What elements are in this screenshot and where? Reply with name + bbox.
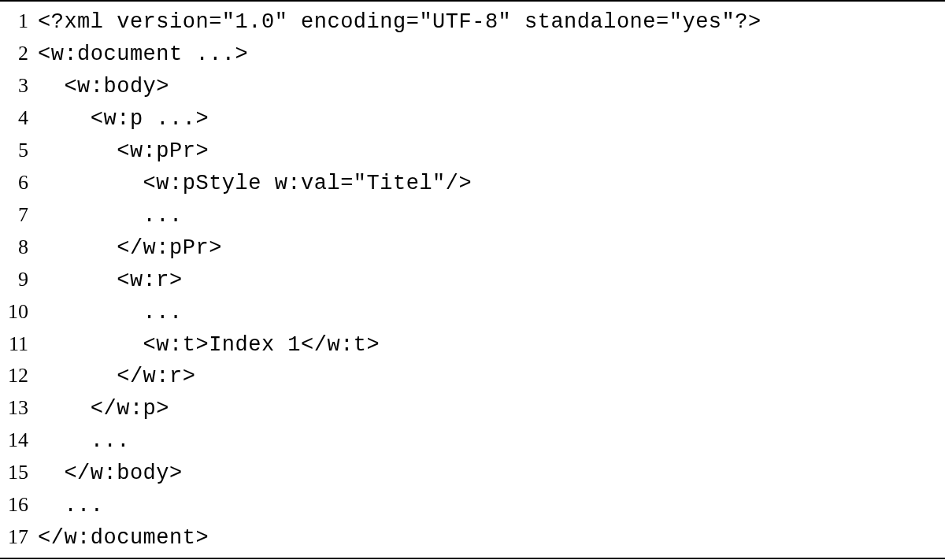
line-number: 12 bbox=[0, 361, 38, 391]
code-line: 17 </w:document> bbox=[0, 522, 945, 554]
code-line: 13 </w:p> bbox=[0, 393, 945, 425]
code-line: 4 <w:p ...> bbox=[0, 103, 945, 135]
code-text: ... bbox=[38, 201, 183, 232]
code-line: 1 <?xml version="1.0" encoding="UTF-8" s… bbox=[0, 6, 945, 39]
code-line: 5 <w:pPr> bbox=[0, 135, 945, 168]
code-line: 12 </w:r> bbox=[0, 361, 945, 393]
code-line: 8 </w:pPr> bbox=[0, 232, 945, 265]
line-number: 13 bbox=[0, 393, 38, 423]
code-line: 15 </w:body> bbox=[0, 458, 945, 490]
line-number: 6 bbox=[0, 168, 38, 198]
code-line: 6 <w:pStyle w:val="Titel"/> bbox=[0, 168, 945, 200]
line-number: 11 bbox=[0, 329, 38, 359]
code-line: 16 ... bbox=[0, 490, 945, 522]
code-text: </w:p> bbox=[38, 394, 169, 425]
line-number: 7 bbox=[0, 200, 38, 230]
code-text: ... bbox=[38, 298, 183, 329]
line-number: 8 bbox=[0, 232, 38, 262]
code-text: ... bbox=[38, 491, 104, 522]
line-number: 5 bbox=[0, 135, 38, 165]
line-number: 15 bbox=[0, 458, 38, 488]
line-number: 2 bbox=[0, 39, 38, 69]
code-line: 3 <w:body> bbox=[0, 71, 945, 103]
code-text: <w:p ...> bbox=[38, 104, 209, 135]
line-number: 1 bbox=[0, 6, 38, 36]
code-text: </w:body> bbox=[38, 458, 183, 490]
code-line: 2 <w:document ...> bbox=[0, 39, 945, 71]
line-number: 16 bbox=[0, 490, 38, 520]
code-text: <w:t>Index 1</w:t> bbox=[38, 330, 380, 362]
code-line: 7 ... bbox=[0, 200, 945, 232]
code-text: ... bbox=[38, 426, 130, 458]
code-text: </w:document> bbox=[38, 523, 209, 554]
code-text: <w:body> bbox=[38, 72, 169, 103]
code-text: <w:r> bbox=[38, 265, 183, 297]
code-text: </w:pPr> bbox=[38, 233, 222, 265]
line-number: 4 bbox=[0, 103, 38, 133]
code-line: 9 <w:r> bbox=[0, 265, 945, 297]
code-text: <w:pStyle w:val="Titel"/> bbox=[38, 169, 472, 200]
code-line: 14 ... bbox=[0, 425, 945, 458]
code-line: 11 <w:t>Index 1</w:t> bbox=[0, 329, 945, 362]
line-number: 14 bbox=[0, 425, 38, 455]
line-number: 3 bbox=[0, 71, 38, 101]
line-number: 9 bbox=[0, 265, 38, 295]
code-text: <w:pPr> bbox=[38, 136, 209, 168]
code-text: <w:document ...> bbox=[38, 39, 248, 71]
code-text: </w:r> bbox=[38, 362, 195, 393]
line-number: 17 bbox=[0, 522, 38, 552]
code-listing: 1 <?xml version="1.0" encoding="UTF-8" s… bbox=[0, 0, 945, 559]
code-line: 10 ... bbox=[0, 297, 945, 329]
code-text: <?xml version="1.0" encoding="UTF-8" sta… bbox=[38, 7, 762, 39]
line-number: 10 bbox=[0, 297, 38, 327]
